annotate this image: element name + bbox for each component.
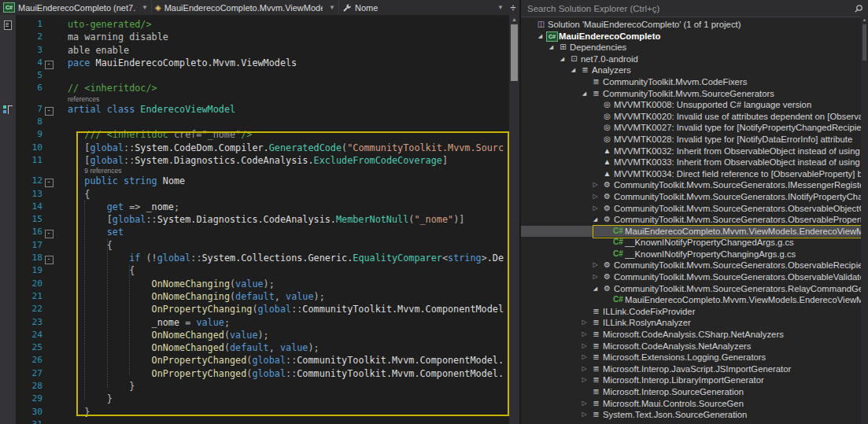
scrollbar-thumb[interactable]	[862, 24, 866, 61]
tree-row[interactable]: ▷≣Microsoft.CodeAnalysis.CSharp.NetAnaly…	[521, 329, 868, 341]
expand-arrow-icon[interactable]: ▷	[579, 352, 589, 363]
tree-row[interactable]: ▷≣Microsoft.CodeAnalysis.NetAnalyzers	[521, 341, 868, 352]
code-line[interactable]: 31	[0, 418, 509, 424]
member-dropdown[interactable]: Nome ▼	[338, 0, 507, 15]
expand-arrow-icon[interactable]: ▷	[590, 191, 600, 203]
tree-row[interactable]: ◢⚙CommunityToolkit.Mvvm.SourceGenerators…	[521, 214, 868, 226]
code-line[interactable]: 30 }	[0, 406, 509, 418]
tree-row[interactable]: ▷⚙CommunityToolkit.Mvvm.SourceGenerators…	[521, 271, 868, 283]
editor-vertical-scrollbar[interactable]: ▲	[509, 15, 519, 424]
expand-arrow-icon[interactable]: ▷	[590, 260, 600, 271]
code-editor[interactable]: 1uto-generated/>2ma warning disable3able…	[0, 15, 509, 424]
code-line[interactable]: 10 [global::System.CodeDom.Compiler.Gene…	[0, 142, 509, 154]
code-line[interactable]: 20 OnNomeChanging(value);	[0, 278, 509, 290]
expand-arrow-icon[interactable]: ▷	[579, 363, 589, 375]
search-icon[interactable]	[854, 4, 863, 13]
collapse-arrow-icon[interactable]: ◢	[557, 53, 567, 65]
fold-toggle[interactable]: -	[42, 252, 55, 264]
tree-row[interactable]: ≣Microsoft.Interop.SourceGeneration	[521, 386, 868, 398]
codelens-indicator[interactable]: 9 references	[0, 167, 509, 175]
scroll-up-arrow-icon[interactable]: ▲	[509, 15, 519, 24]
code-line[interactable]: 26 OnPropertyChanged(global::CommunityTo…	[0, 354, 509, 367]
expand-arrow-icon[interactable]: ▷	[579, 409, 589, 421]
tree-row[interactable]: ◎MVVMTK0008: Unsupported C# language ver…	[521, 99, 868, 111]
code-line[interactable]: 11 [global::System.Diagnostics.CodeAnaly…	[0, 154, 509, 167]
tree-row[interactable]: ◢≣CommunityToolkit.Mvvm.SourceGenerators	[521, 88, 868, 100]
tree-row[interactable]: ≣ILLink.CodeFixProvider	[521, 306, 868, 318]
expand-arrow-icon[interactable]: ▷	[579, 398, 589, 410]
code-line[interactable]: 25 OnNomeChanged(default, value);	[0, 341, 509, 354]
tree-row[interactable]: C#MauiEnderecoCompleto.Mvvm.ViewModels.E…	[521, 294, 868, 306]
scrollbar-thumb[interactable]	[511, 24, 518, 81]
tree-row[interactable]: C#__KnownINotifyPropertyChangedArgs.g.cs	[521, 237, 868, 249]
collapse-arrow-icon[interactable]: ◢	[590, 214, 600, 226]
tree-row[interactable]: ◎MVVMTK0028: Invalid type for [NotifyDat…	[521, 134, 868, 146]
chevron-down-icon[interactable]: ▼	[139, 4, 148, 11]
code-line[interactable]: 21 OnNomeChanging(default, value);	[0, 290, 509, 303]
code-line[interactable]: 15 [global::System.Diagnostics.CodeAnaly…	[0, 213, 509, 226]
chevron-down-icon[interactable]: ▼	[326, 4, 335, 11]
tree-row[interactable]: ◢C#MauiEnderecoCompleto	[521, 31, 868, 42]
tree-row[interactable]: C#__KnownINotifyPropertyChangingArgs.g.c…	[521, 249, 868, 260]
code-line[interactable]: 19 {	[0, 264, 509, 277]
tree-row[interactable]: ◎MVVMTK0020: Invalid use of attributes d…	[521, 111, 868, 123]
code-line[interactable]: 17 {	[0, 239, 509, 252]
tree-row[interactable]: ▲MVVMTK0034: Direct field reference to […	[521, 168, 868, 180]
expand-arrow-icon[interactable]: ▷	[579, 374, 589, 386]
tree-row[interactable]: ▷≣ILLink.RoslynAnalyzer	[521, 317, 868, 329]
code-line[interactable]: 2ma warning disable	[0, 31, 509, 43]
tree-row[interactable]: ▷≣Microsoft.Interop.JavaScript.JSImportG…	[521, 363, 868, 375]
expand-arrow-icon[interactable]: ▷	[590, 179, 600, 191]
tree-row[interactable]: ▷≣Microsoft.Interop.LibraryImportGenerat…	[521, 374, 868, 386]
tree-row[interactable]: ▷⚙CommunityToolkit.Mvvm.SourceGenerators…	[521, 179, 868, 191]
tree-row[interactable]: ◢≣Analyzers	[521, 65, 868, 76]
fold-toggle[interactable]: -	[42, 175, 55, 187]
tree-row[interactable]: ▷≣Microsoft.Extensions.Logging.Generator…	[521, 352, 868, 363]
tree-vertical-scrollbar[interactable]: ▲	[861, 17, 868, 424]
collapse-arrow-icon[interactable]: ◢	[590, 283, 600, 295]
collapse-arrow-icon[interactable]: ◢	[535, 31, 545, 42]
code-line[interactable]: 7-artial class EnderecoViewModel	[0, 103, 509, 116]
tree-row[interactable]: ▷⚙CommunityToolkit.Mvvm.SourceGenerators…	[521, 260, 868, 271]
collapse-arrow-icon[interactable]: ◢	[568, 65, 578, 76]
collapse-arrow-icon[interactable]: ◢	[546, 42, 556, 53]
code-line[interactable]: 29 }	[0, 393, 509, 405]
tree-row[interactable]: ▷⚙CommunityToolkit.Mvvm.SourceGenerators…	[521, 203, 868, 215]
code-line[interactable]: 16- set	[0, 226, 509, 238]
chevron-down-icon[interactable]: ▼	[494, 4, 504, 11]
tree-row[interactable]: ◢⊡net7.0-android	[521, 53, 868, 65]
code-line[interactable]: 5	[0, 69, 509, 82]
code-line[interactable]: 28 }	[0, 380, 509, 393]
code-line[interactable]: 13 {	[0, 188, 509, 201]
tree-row[interactable]: ▲MVVMTK0032: Inherit from ObservableObje…	[521, 146, 868, 157]
search-input[interactable]	[526, 3, 854, 14]
tree-row[interactable]: ◢⊞Dependencies	[521, 42, 868, 53]
tree-row[interactable]: ◫Solution 'MauiEnderecoCompleto' (1 of 1…	[521, 19, 868, 31]
collapse-arrow-icon[interactable]: ◢	[579, 88, 589, 100]
project-dropdown[interactable]: C# MauiEnderecoCompleto (net7.0-android)…	[0, 0, 151, 15]
fold-toggle[interactable]: -	[42, 103, 55, 116]
tree-row[interactable]: ▷⚙CommunityToolkit.Mvvm.SourceGenerators…	[521, 191, 868, 203]
code-line[interactable]: 18- if (!global::System.Collections.Gene…	[0, 252, 509, 264]
code-line[interactable]: 4-pace MauiEnderecoCompleto.Mvvm.ViewMod…	[0, 57, 509, 69]
code-line[interactable]: 1uto-generated/>	[0, 18, 509, 31]
type-dropdown[interactable]: ◈ MauiEnderecoCompleto.Mvvm.ViewModels.E…	[151, 0, 338, 15]
split-editor-handle[interactable]: ÷	[507, 0, 519, 15]
expand-arrow-icon[interactable]: ▷	[590, 271, 600, 283]
expand-arrow-icon[interactable]: ▷	[579, 329, 589, 341]
code-line[interactable]: 3able enable	[0, 44, 509, 57]
tree-row[interactable]: C#MauiEnderecoCompleto.Mvvm.ViewModels.E…	[521, 226, 868, 238]
code-line[interactable]: 27 OnPropertyChanged(global::CommunityTo…	[0, 367, 509, 380]
tree-row[interactable]: ≣CommunityToolkit.Mvvm.CodeFixers	[521, 76, 868, 88]
codelens-indicator[interactable]: references	[0, 95, 509, 103]
tree-row[interactable]: ▷≣Microsoft.Maui.Controls.SourceGen	[521, 398, 868, 410]
expand-arrow-icon[interactable]: ▷	[590, 203, 600, 215]
tree-row[interactable]: ▷≣System.Text.Json.SourceGeneration	[521, 409, 868, 421]
code-line[interactable]: 6// <inheritdoc/>	[0, 82, 509, 94]
code-line[interactable]: 14 get => _nome;	[0, 201, 509, 213]
code-line[interactable]: 8	[0, 116, 509, 128]
tree-row[interactable]: ▲MVVMTK0033: Inherit from ObservableObje…	[521, 157, 868, 168]
code-line[interactable]: 9 /// <inheritdoc cref="_nome"/>	[0, 128, 509, 141]
code-line[interactable]: 23 _nome = value;	[0, 316, 509, 329]
code-line[interactable]: 12- public string Nome	[0, 175, 509, 187]
